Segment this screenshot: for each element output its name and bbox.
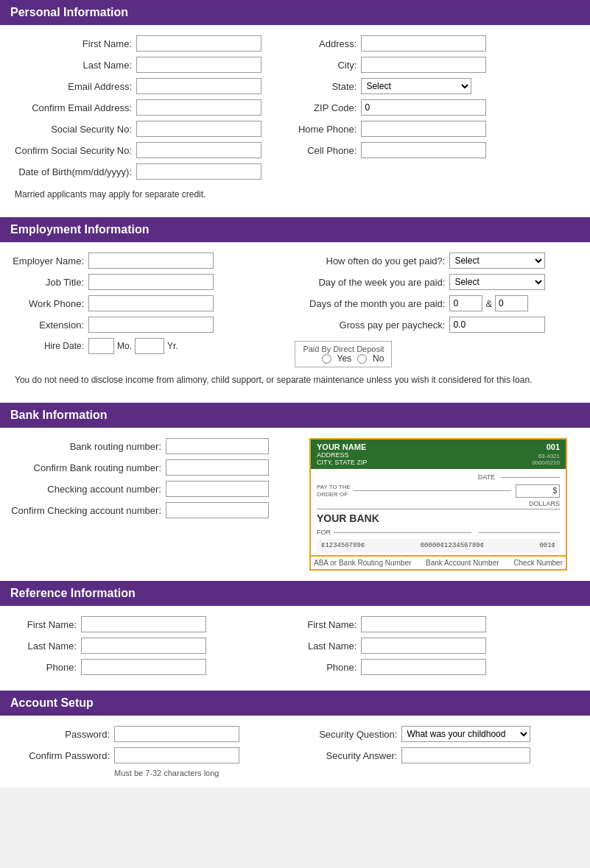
days-month-input1[interactable] <box>449 295 482 311</box>
employment-title: Employment Information <box>10 223 149 236</box>
security-answer-input[interactable] <box>401 747 530 763</box>
ref1-last-input[interactable] <box>81 638 206 654</box>
check-for-label: FOR <box>317 529 331 536</box>
account-setup-header: Account Setup <box>0 691 590 716</box>
ref1-phone-label: Phone: <box>7 662 81 673</box>
confirm-password-input[interactable] <box>114 747 239 763</box>
confirm-email-row: Confirm Email Address: <box>7 99 280 116</box>
last-name-row: Last Name: <box>7 57 280 73</box>
password-label: Password: <box>7 729 114 740</box>
gross-pay-input[interactable] <box>449 317 545 333</box>
gross-pay-row: Gross pay per paycheck: <box>287 317 583 333</box>
extension-input[interactable] <box>88 317 214 333</box>
ref2-last-input[interactable] <box>361 638 486 654</box>
state-select[interactable]: Select ALAKAZAR CACOCTDE FLGAHIID ILINIA… <box>361 78 471 94</box>
check-micr-bottom: 0000/0210 <box>532 459 560 466</box>
last-name-input[interactable] <box>136 57 261 73</box>
job-title-input[interactable] <box>88 274 214 290</box>
confirm-password-label: Confirm Password: <box>7 750 114 761</box>
days-month-amp: & <box>482 298 495 309</box>
account-label: Checking account number: <box>7 484 166 495</box>
job-title-row: Job Title: <box>7 274 280 290</box>
hire-date-label: Hire Date: <box>7 341 88 351</box>
account-row: Checking account number: <box>7 481 287 497</box>
check-pay-label: PAY TO THEORDER OF <box>317 484 351 498</box>
ref1-first-label: First Name: <box>7 619 81 630</box>
dob-input[interactable] <box>136 163 261 180</box>
ref2-first-input[interactable] <box>361 616 486 632</box>
ref2-phone-row: Phone: <box>287 659 583 675</box>
security-question-select[interactable]: What was your childhood What was your fi… <box>401 726 530 742</box>
ref1-phone-input[interactable] <box>81 659 206 675</box>
days-month-input2[interactable] <box>495 295 528 311</box>
personal-info-title: Personal Information <box>10 6 128 18</box>
home-phone-input[interactable] <box>361 121 486 137</box>
personal-right-col: Address: City: State: Select ALAKAZAR CA… <box>287 35 583 185</box>
employment-header: Employment Information <box>0 217 590 242</box>
address-input[interactable] <box>361 35 486 52</box>
pay-day-select[interactable]: Select Monday Tuesday Wednesday Thursday… <box>449 274 545 290</box>
confirm-account-label: Confirm Checking account number: <box>7 505 166 516</box>
check-address: ADDRESS <box>317 451 368 459</box>
employer-name-input[interactable] <box>88 253 214 269</box>
ref1-first-row: First Name: <box>7 616 280 632</box>
direct-deposit-box: Paid By Direct Deposit Yes No <box>295 341 392 367</box>
ref2-first-label: First Name: <box>287 619 361 630</box>
hire-month-input[interactable] <box>88 338 114 354</box>
gross-pay-label: Gross pay per paycheck: <box>287 320 449 331</box>
ref2-phone-input[interactable] <box>361 659 486 675</box>
city-label: City: <box>287 60 361 71</box>
ssn-input[interactable] <box>136 121 261 137</box>
dob-label: Date of Birth(mm/dd/yyyy): <box>7 166 136 177</box>
account-input[interactable] <box>166 481 269 497</box>
confirm-account-input[interactable] <box>166 502 269 518</box>
check-image-container: YOUR NAME ADDRESS CITY, STATE ZIP 001 63… <box>309 438 567 571</box>
confirm-email-input[interactable] <box>136 99 261 116</box>
city-input[interactable] <box>361 57 486 73</box>
pay-freq-select[interactable]: Select Weekly Bi-Weekly Semi-Monthly Mon… <box>449 253 545 269</box>
bank-info-header: Bank Information <box>0 403 590 428</box>
check-micr-top: 63-4321 <box>532 453 560 459</box>
work-phone-label: Work Phone: <box>7 298 88 309</box>
zip-input[interactable] <box>361 99 486 116</box>
confirm-email-label: Confirm Email Address: <box>7 102 136 113</box>
password-input[interactable] <box>114 726 239 742</box>
security-question-label: Security Question: <box>287 729 401 740</box>
check-city-state: CITY, STATE ZIP <box>317 459 368 466</box>
cell-phone-label: Cell Phone: <box>287 145 361 156</box>
pay-day-label: Day of the week you are paid: <box>287 277 449 288</box>
hire-year-input[interactable] <box>135 338 164 354</box>
account-setup-title: Account Setup <box>10 696 94 709</box>
employment-right-col: How often do you get paid?: Select Weekl… <box>287 253 583 367</box>
confirm-routing-input[interactable] <box>166 459 269 476</box>
work-phone-input[interactable] <box>88 295 214 311</box>
direct-deposit-no-radio[interactable] <box>357 354 367 364</box>
married-note: Married applicants may apply for separat… <box>7 185 583 207</box>
email-input[interactable] <box>136 78 261 94</box>
employer-name-label: Employer Name: <box>7 255 88 267</box>
reference-title: Reference Information <box>10 587 136 599</box>
ref1-first-input[interactable] <box>81 616 206 632</box>
ref2-last-row: Last Name: <box>287 638 583 654</box>
days-month-row: Days of the month you are paid: & <box>287 295 583 311</box>
first-name-input[interactable] <box>136 35 261 52</box>
check-checknum-micr: 001¢ <box>539 542 555 549</box>
check-sig-line <box>479 532 560 533</box>
cell-phone-input[interactable] <box>361 142 486 158</box>
home-phone-row: Home Phone: <box>287 121 583 137</box>
check-pay-line <box>354 490 511 491</box>
ref1-last-row: Last Name: <box>7 638 280 654</box>
reference-right-col: First Name: Last Name: Phone: <box>287 616 583 680</box>
account-left-col: Password: Confirm Password: Must be 7-32… <box>7 726 287 777</box>
routing-label: Bank routing number: <box>7 441 166 452</box>
pay-freq-label: How often do you get paid?: <box>287 255 449 267</box>
employment-disclaimer: You do not need to disclose income from … <box>7 367 583 392</box>
confirm-ssn-input[interactable] <box>136 142 261 158</box>
bank-info-body: Bank routing number: Confirm Bank routin… <box>0 428 590 581</box>
routing-input[interactable] <box>166 438 269 454</box>
check-date-line <box>501 477 560 478</box>
zip-label: ZIP Code: <box>287 102 361 113</box>
ref2-phone-label: Phone: <box>287 662 361 673</box>
check-dollars-row: DOLLARS <box>317 500 560 509</box>
direct-deposit-yes-radio[interactable] <box>322 354 331 364</box>
